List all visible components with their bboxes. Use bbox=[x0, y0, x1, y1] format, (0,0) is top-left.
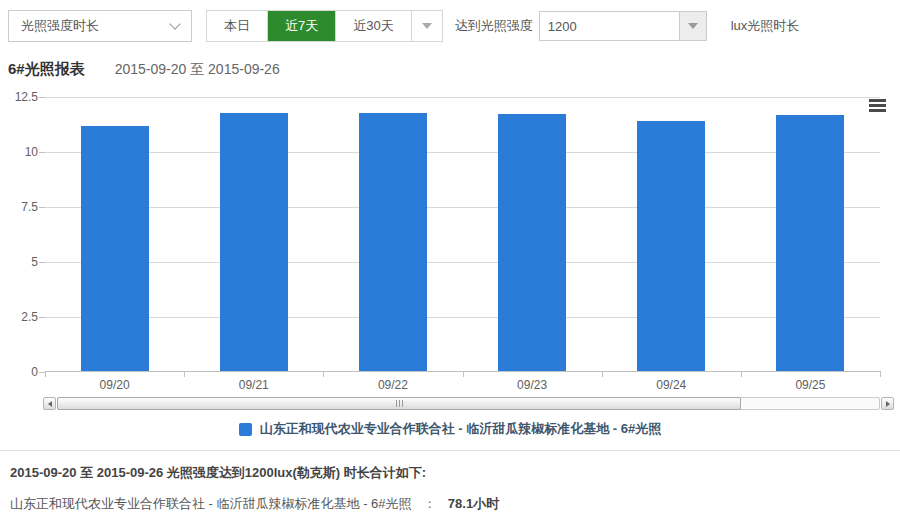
hamburger-icon bbox=[869, 99, 886, 102]
light-duration-chart: 02.557.51012.509/2009/2109/2209/2309/240… bbox=[0, 89, 900, 394]
report-header: 6#光照报表 2015-09-20 至 2015-09-26 bbox=[8, 60, 892, 79]
summary-heading: 2015-09-20 至 2015-09-26 光照强度达到1200lux(勒克… bbox=[10, 464, 890, 482]
arrow-right-icon bbox=[886, 401, 890, 407]
x-axis-tick bbox=[45, 371, 46, 377]
bar-09/20[interactable] bbox=[81, 126, 149, 371]
gridline bbox=[45, 262, 880, 263]
gridline bbox=[45, 207, 880, 208]
scrollbar-thumb[interactable] bbox=[57, 397, 741, 410]
gridline bbox=[45, 152, 880, 153]
range-button-today[interactable]: 本日 bbox=[207, 11, 267, 41]
y-axis-tick bbox=[39, 207, 45, 208]
chart-scrollbar bbox=[0, 396, 900, 412]
x-axis-tick bbox=[184, 371, 185, 377]
range-button-7days[interactable]: 近7天 bbox=[267, 11, 335, 41]
summary-separator: ： bbox=[423, 496, 436, 511]
grip-icon bbox=[396, 400, 403, 407]
bar-09/21[interactable] bbox=[220, 113, 288, 372]
y-axis-label: 5 bbox=[0, 255, 38, 269]
scroll-left-button[interactable] bbox=[43, 397, 56, 410]
legend-label: 山东正和现代农业专业合作联合社 - 临沂甜瓜辣椒标准化基地 - 6#光照 bbox=[260, 420, 662, 438]
summary-series-label: 山东正和现代农业专业合作联合社 - 临沂甜瓜辣椒标准化基地 - 6#光照 bbox=[10, 496, 412, 511]
range-button-group: 本日 近7天 近30天 bbox=[206, 10, 443, 42]
y-axis-label: 10 bbox=[0, 145, 38, 159]
bar-09/25[interactable] bbox=[776, 115, 844, 371]
x-axis-label: 09/20 bbox=[45, 378, 184, 392]
toolbar: 光照强度时长 本日 近7天 近30天 达到光照强度 lux光照时长 bbox=[8, 10, 892, 42]
y-axis-label: 0 bbox=[0, 365, 38, 379]
y-axis-label: 7.5 bbox=[0, 200, 38, 214]
y-axis-label: 2.5 bbox=[0, 310, 38, 324]
caret-down-icon bbox=[688, 23, 698, 29]
range-dropdown-button[interactable] bbox=[411, 11, 442, 41]
chevron-down-icon bbox=[169, 18, 180, 29]
chart-menu-button[interactable] bbox=[867, 97, 888, 114]
x-axis-label: 09/24 bbox=[602, 378, 741, 392]
bar-09/24[interactable] bbox=[637, 121, 705, 371]
gridline bbox=[45, 97, 880, 98]
unit-label: lux光照时长 bbox=[731, 17, 800, 35]
threshold-combobox bbox=[539, 11, 707, 41]
x-axis-tick bbox=[463, 371, 464, 377]
x-axis-label: 09/25 bbox=[741, 378, 880, 392]
y-axis-tick bbox=[39, 317, 45, 318]
x-axis-tick bbox=[741, 371, 742, 377]
caret-down-icon bbox=[422, 23, 432, 29]
range-button-30days[interactable]: 近30天 bbox=[335, 11, 410, 41]
scroll-right-button[interactable] bbox=[881, 397, 894, 410]
summary-total: 78.1小时 bbox=[448, 496, 499, 511]
x-axis-tick bbox=[880, 371, 881, 377]
y-axis-tick bbox=[39, 97, 45, 98]
summary-panel: 2015-09-20 至 2015-09-26 光照强度达到1200lux(勒克… bbox=[0, 450, 900, 513]
plot-area bbox=[45, 97, 880, 372]
bar-09/23[interactable] bbox=[498, 114, 566, 371]
metric-select[interactable]: 光照强度时长 bbox=[8, 10, 192, 42]
legend-marker bbox=[239, 423, 252, 436]
x-axis-tick bbox=[602, 371, 603, 377]
metric-select-value: 光照强度时长 bbox=[21, 17, 99, 35]
date-range: 2015-09-20 至 2015-09-26 bbox=[115, 61, 280, 79]
x-axis-label: 09/23 bbox=[463, 378, 602, 392]
chart-legend[interactable]: 山东正和现代农业专业合作联合社 - 临沂甜瓜辣椒标准化基地 - 6#光照 bbox=[0, 420, 900, 438]
bar-09/22[interactable] bbox=[359, 113, 427, 372]
page-title: 6#光照报表 bbox=[8, 60, 85, 79]
y-axis-tick bbox=[39, 152, 45, 153]
y-axis-label: 12.5 bbox=[0, 90, 38, 104]
threshold-label: 达到光照强度 bbox=[455, 17, 533, 35]
arrow-left-icon bbox=[48, 401, 52, 407]
x-axis-tick bbox=[323, 371, 324, 377]
threshold-input[interactable] bbox=[540, 12, 679, 40]
gridline bbox=[45, 317, 880, 318]
combo-trigger-button[interactable] bbox=[679, 12, 706, 40]
y-axis-tick bbox=[39, 262, 45, 263]
summary-row: 山东正和现代农业专业合作联合社 - 临沂甜瓜辣椒标准化基地 - 6#光照 ： 7… bbox=[10, 495, 890, 513]
x-axis-label: 09/22 bbox=[323, 378, 462, 392]
x-axis-label: 09/21 bbox=[184, 378, 323, 392]
